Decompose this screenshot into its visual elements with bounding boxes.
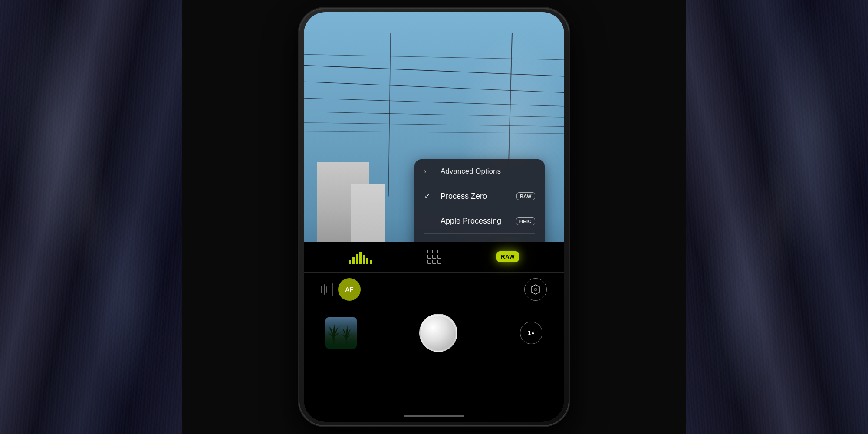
grid-cell xyxy=(437,255,441,259)
hist-bar-1 xyxy=(349,260,351,264)
photo-thumbnail[interactable] xyxy=(326,317,357,349)
histogram-widget[interactable] xyxy=(349,250,372,264)
menu-item-process-zero-label: Process Zero xyxy=(441,192,516,201)
zoom-button[interactable]: 1× xyxy=(520,322,542,344)
heic-format-badge: HEIC xyxy=(516,217,535,225)
plastic-wrap-right xyxy=(686,0,868,434)
hist-bar-7 xyxy=(370,260,372,264)
chevron-icon: › xyxy=(424,168,434,175)
phone-device: › Advanced Options ✓ Process Zero RAW Ap… xyxy=(299,9,569,425)
toolbar-row: RAW xyxy=(304,242,564,272)
hex-icon xyxy=(530,284,541,295)
af-button[interactable]: AF xyxy=(338,278,361,301)
grid-cell xyxy=(432,260,436,264)
hist-bar-6 xyxy=(366,258,368,264)
lens-settings-button[interactable] xyxy=(524,278,547,301)
camera-controls-area: RAW AF xyxy=(304,242,564,422)
svg-marker-9 xyxy=(532,285,539,294)
focus-indicator xyxy=(321,284,327,295)
menu-item-advanced-options[interactable]: › Advanced Options xyxy=(414,159,545,184)
grid-cell xyxy=(432,250,436,254)
hist-bar-3 xyxy=(356,254,358,264)
phone-screen: › Advanced Options ✓ Process Zero RAW Ap… xyxy=(304,12,564,422)
home-indicator xyxy=(404,415,464,417)
menu-item-process-zero[interactable]: ✓ Process Zero RAW xyxy=(414,184,545,209)
checkmark-icon: ✓ xyxy=(424,191,434,201)
shutter-row: 1× xyxy=(304,307,564,359)
controls-row: AF xyxy=(304,272,564,307)
grid-cell xyxy=(427,255,431,259)
hist-bar-2 xyxy=(352,257,355,264)
grid-view-button[interactable] xyxy=(427,250,441,264)
grid-cell xyxy=(437,250,441,254)
palm-trees-svg xyxy=(326,317,357,349)
grid-cell xyxy=(427,260,431,264)
svg-point-10 xyxy=(534,288,537,291)
shutter-button[interactable] xyxy=(419,314,457,352)
phone-shell: › Advanced Options ✓ Process Zero RAW Ap… xyxy=(299,9,569,425)
grid-cell xyxy=(437,260,441,264)
raw-format-badge: RAW xyxy=(516,192,535,200)
plastic-wrap-left xyxy=(0,0,182,434)
hist-bar-4 xyxy=(359,252,362,264)
raw-active-badge[interactable]: RAW xyxy=(496,251,519,262)
menu-item-advanced-options-label: Advanced Options xyxy=(441,167,535,176)
grid-cell xyxy=(427,250,431,254)
grid-cell xyxy=(432,255,436,259)
hist-bar-5 xyxy=(363,255,365,264)
zoom-label: 1× xyxy=(528,329,535,336)
menu-item-apple-processing-label: Apple Processing xyxy=(441,217,516,226)
vertical-separator xyxy=(332,283,333,296)
menu-item-apple-processing[interactable]: Apple Processing HEIC xyxy=(414,209,545,233)
